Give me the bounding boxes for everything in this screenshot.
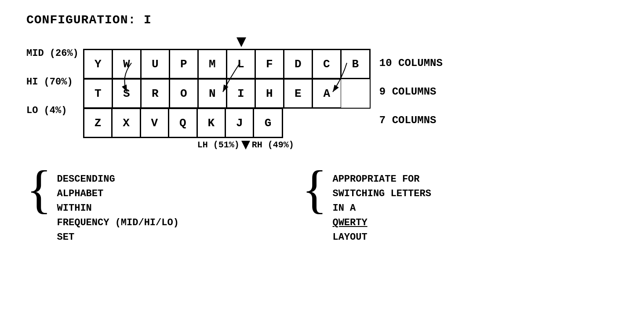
hi-row: T S R O N I H E A <box>83 79 371 109</box>
row-labels: MID (26%) HI (70%) LO (4%) <box>26 39 79 125</box>
mid-cell-7: D <box>284 50 313 78</box>
mid-row: Y W U P M L F D C B <box>83 49 371 79</box>
left-desc-line-3: FREQUENCY (MID/HI/LO) <box>57 216 179 230</box>
lo-cell-0: Z <box>84 109 112 137</box>
hi-cell-3: O <box>170 79 198 108</box>
mid-cell-5: L <box>227 50 255 78</box>
left-brace: { <box>26 163 52 216</box>
bottom-hand-labels: LH (51%) RH (49%) <box>197 140 294 150</box>
lo-cell-4: K <box>197 109 226 137</box>
right-desc-line-2: IN A <box>332 201 431 216</box>
right-desc-line-1: SWITCHING LETTERS <box>332 186 431 201</box>
left-desc-text: DESCENDING ALPHABET WITHIN FREQUENCY (MI… <box>57 168 179 245</box>
mid-columns-label: 10 COLUMNS <box>379 49 443 77</box>
mid-cell-9: B <box>341 50 370 78</box>
mid-cell-2: U <box>141 50 170 78</box>
rh-label: RH (49%) <box>252 140 294 150</box>
lo-cell-1: X <box>112 109 140 137</box>
left-desc-line-4: SET <box>57 230 179 245</box>
hi-label: HI (70%) <box>26 68 79 96</box>
mid-cell-0: Y <box>84 50 113 78</box>
mid-cell-3: P <box>170 50 198 78</box>
config-title: CONFIGURATION: I <box>26 13 618 27</box>
lh-label: LH (51%) <box>197 140 240 150</box>
mid-cell-4: M <box>198 50 227 78</box>
lo-row: Z X V Q K J G <box>83 109 283 138</box>
right-desc-line-4: LAYOUT <box>332 230 431 245</box>
mid-cell-1: W <box>113 50 141 78</box>
lo-cell-2: V <box>141 109 169 137</box>
bottom-descriptions: { DESCENDING ALPHABET WITHIN FREQUENCY (… <box>26 168 618 245</box>
hi-cell-2: R <box>141 79 170 108</box>
bottom-divider-arrow <box>241 141 250 150</box>
hi-cell-0: T <box>84 79 113 108</box>
mid-label: MID (26%) <box>26 39 79 68</box>
hi-cell-1: S <box>113 79 141 108</box>
left-desc-block: { DESCENDING ALPHABET WITHIN FREQUENCY (… <box>26 168 179 245</box>
hi-cell-5: I <box>227 79 255 108</box>
right-desc-text: APPROPRIATE FOR SWITCHING LETTERS IN A Q… <box>332 168 431 245</box>
hi-cell-6: H <box>255 79 284 108</box>
left-desc-line-1: ALPHABET <box>57 186 179 201</box>
lo-label: LO (4%) <box>26 96 79 125</box>
grid-container: Y W U P M L F D C B T S R O N <box>83 49 371 138</box>
right-desc-line-0: APPROPRIATE FOR <box>332 172 431 186</box>
mid-cell-6: F <box>255 50 284 78</box>
hi-cell-7: E <box>284 79 313 108</box>
right-desc-block: { APPROPRIATE FOR SWITCHING LETTERS IN A… <box>302 168 431 245</box>
lo-cell-5: J <box>226 109 254 137</box>
left-desc-line-2: WITHIN <box>57 201 179 216</box>
right-desc-line-3: QWERTY <box>332 216 431 230</box>
column-labels: 10 COLUMNS 9 COLUMNS 7 COLUMNS <box>379 49 443 135</box>
lo-columns-label: 7 COLUMNS <box>379 106 443 135</box>
mid-cell-8: C <box>313 50 341 78</box>
lo-cell-6: G <box>254 109 282 137</box>
left-desc-line-0: DESCENDING <box>57 172 179 186</box>
hi-cell-8: A <box>313 79 341 108</box>
right-brace: { <box>302 163 327 216</box>
hi-cell-4: N <box>198 79 227 108</box>
hi-columns-label: 9 COLUMNS <box>379 77 443 106</box>
lo-cell-3: Q <box>169 109 197 137</box>
top-arrow-indicator <box>236 37 246 47</box>
